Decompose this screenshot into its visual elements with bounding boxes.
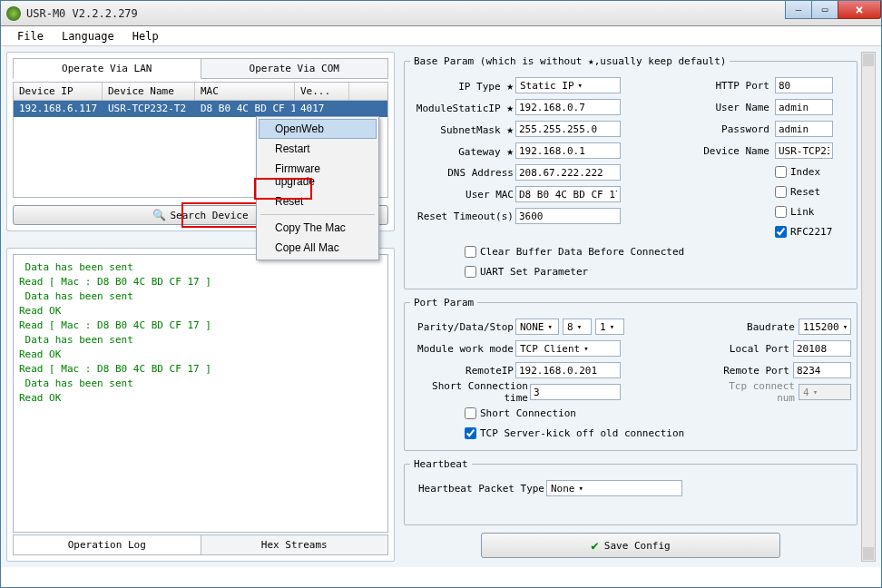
static-ip-input[interactable] <box>515 99 621 115</box>
menubar: File Language Help <box>1 26 881 46</box>
app-icon <box>6 6 21 21</box>
th-ip[interactable]: Device IP <box>14 83 103 100</box>
heartbeat-fieldset: Heartbeat Heartbeat Packet Type None▾ <box>404 458 858 525</box>
remoteip-input[interactable] <box>515 362 621 378</box>
log-panel: Data has been sentRead [ Mac : D8 B0 4C … <box>6 248 395 562</box>
parity-label: Parity/Data/Stop <box>410 321 515 333</box>
heartbeat-type-label: Heartbeat Packet Type <box>410 483 546 495</box>
td-ver: 4017 <box>295 101 349 117</box>
maximize-button[interactable]: ▭ <box>811 1 838 19</box>
menu-separator <box>260 214 375 215</box>
search-label: Search Device <box>170 210 248 221</box>
log-line: Data has been sent <box>19 377 382 391</box>
ip-type-select[interactable]: Static IP▾ <box>515 77 621 93</box>
tab-hex-streams[interactable]: Hex Streams <box>201 534 389 555</box>
short-connection-checkbox[interactable] <box>465 407 476 419</box>
subnet-label: SubnetMask ★ <box>410 122 515 136</box>
remoteport-label: Remote Port <box>720 365 789 377</box>
menu-language[interactable]: Language <box>53 30 123 43</box>
th-ver[interactable]: Ve... <box>295 83 349 100</box>
usermac-input[interactable] <box>515 186 621 202</box>
uart-set-checkbox[interactable] <box>465 266 476 278</box>
th-name[interactable]: Device Name <box>103 83 195 100</box>
save-config-button[interactable]: ✔ Save Config <box>481 533 780 558</box>
rfc-label: RFC2217 <box>790 226 832 238</box>
log-line: Read [ Mac : D8 B0 4C BD CF 17 ] <box>19 318 382 333</box>
remoteip-label: RemoteIP <box>410 365 515 377</box>
menu-reset[interactable]: Reset <box>259 191 377 211</box>
parity-select[interactable]: NONE▾ <box>515 318 559 335</box>
search-icon: 🔍 <box>152 209 166 221</box>
clear-buffer-label: Clear Buffer Data Before Connected <box>480 246 684 258</box>
log-line: Data has been sent <box>19 260 382 275</box>
uart-set-label: UART Set Parameter <box>480 266 588 278</box>
clear-buffer-checkbox[interactable] <box>465 246 476 258</box>
menu-file[interactable]: File <box>8 30 53 43</box>
menu-copy-mac[interactable]: Copy The Mac <box>259 218 377 238</box>
tab-com[interactable]: Operate Via COM <box>201 58 389 79</box>
heartbeat-legend: Heartbeat <box>410 458 472 470</box>
menu-firmware[interactable]: Firmware upgrade <box>259 159 377 191</box>
base-legend: Base Param (which is without ★,usually k… <box>410 55 730 67</box>
content: Operate Via LAN Operate Via COM Device I… <box>1 46 881 567</box>
window-buttons: — ▭ × <box>786 1 881 19</box>
check-icon: ✔ <box>591 538 598 553</box>
log-line: Read OK <box>19 391 382 406</box>
baudrate-label: Baudrate <box>726 321 795 333</box>
gateway-label: Gateway ★ <box>410 144 515 158</box>
usermac-label: User MAC <box>410 189 515 201</box>
password-label: Password <box>697 123 769 135</box>
log-line: Read OK <box>19 304 382 318</box>
reset-checkbox[interactable] <box>775 186 787 198</box>
rfc2217-checkbox[interactable] <box>775 226 787 238</box>
save-label: Save Config <box>604 540 671 552</box>
baudrate-select[interactable]: 115200▾ <box>799 318 851 335</box>
tab-lan[interactable]: Operate Via LAN <box>13 58 201 79</box>
menu-restart[interactable]: Restart <box>259 139 377 159</box>
kick-checkbox[interactable] <box>465 427 476 439</box>
tcpnum-select: 4▾ <box>799 384 851 400</box>
titlebar: USR-M0 V2.2.2.279 — ▭ × <box>1 1 881 26</box>
close-button[interactable]: × <box>838 1 881 19</box>
th-mac[interactable]: MAC <box>195 83 295 100</box>
reset-timeout-label: Reset Timeout(s) <box>410 211 515 222</box>
user-name-label: User Name <box>697 102 769 113</box>
table-row[interactable]: 192.168.6.117 USR-TCP232-T2 D8 B0 4C BD … <box>14 101 387 117</box>
td-name: USR-TCP232-T2 <box>103 101 195 117</box>
localport-input[interactable] <box>793 340 851 357</box>
menu-openweb[interactable]: OpenWeb <box>259 119 377 139</box>
device-name-label: Device Name <box>697 145 769 157</box>
menu-help[interactable]: Help <box>123 30 168 43</box>
minimize-button[interactable]: — <box>785 1 812 19</box>
td-mac: D8 B0 4C BD CF 17 <box>195 101 295 117</box>
workmode-select[interactable]: TCP Client▾ <box>515 340 621 357</box>
log-line: Read [ Mac : D8 B0 4C BD CF 17 ] <box>19 275 382 289</box>
password-input[interactable] <box>775 121 833 137</box>
localport-label: Local Port <box>720 343 789 355</box>
log-area[interactable]: Data has been sentRead [ Mac : D8 B0 4C … <box>13 254 388 533</box>
reset-timeout-input[interactable] <box>515 208 621 224</box>
http-port-input[interactable] <box>775 77 833 93</box>
user-name-input[interactable] <box>775 99 833 115</box>
index-checkbox[interactable] <box>775 166 787 178</box>
short-conn-label: Short Connection <box>480 407 576 419</box>
stopbits-select[interactable]: 1▾ <box>595 318 624 335</box>
base-param-fieldset: Base Param (which is without ★,usually k… <box>404 55 858 289</box>
databits-select[interactable]: 8▾ <box>563 318 592 335</box>
subnet-input[interactable] <box>515 121 621 137</box>
menu-cope-all-mac[interactable]: Cope All Mac <box>259 238 377 258</box>
gateway-input[interactable] <box>515 142 621 159</box>
shortconn-time-input[interactable] <box>530 384 621 400</box>
tab-operation-log[interactable]: Operation Log <box>13 534 201 555</box>
shortconn-time-label: Short Connection time <box>410 380 530 404</box>
kick-label: TCP Server-kick off old connection <box>480 427 684 439</box>
heartbeat-type-select[interactable]: None▾ <box>546 480 682 496</box>
right-scrollbar[interactable] <box>861 52 876 562</box>
link-checkbox[interactable] <box>775 206 787 218</box>
remoteport-input[interactable] <box>793 362 851 378</box>
device-name-input[interactable] <box>775 142 833 159</box>
reset-label: Reset <box>790 186 820 198</box>
dns-input[interactable] <box>515 164 621 181</box>
app-window: USR-M0 V2.2.2.279 — ▭ × File Language He… <box>0 0 882 588</box>
td-ip: 192.168.6.117 <box>14 101 103 117</box>
